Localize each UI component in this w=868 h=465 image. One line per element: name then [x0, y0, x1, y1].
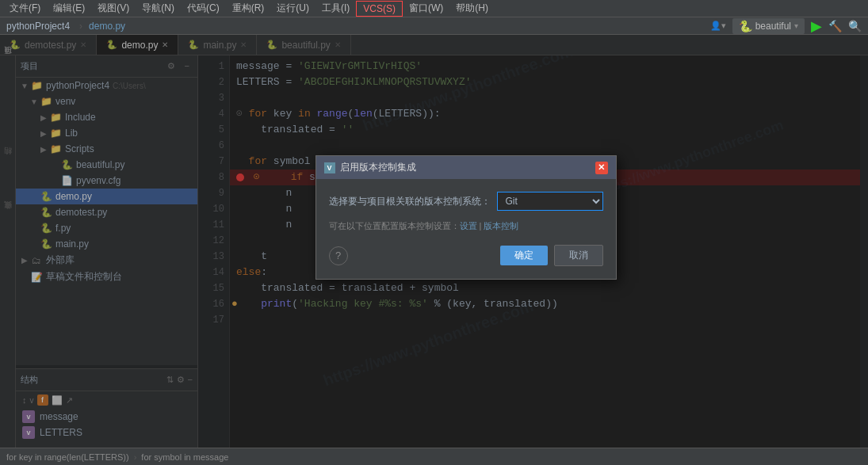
- menu-tools[interactable]: 工具(I): [315, 0, 356, 17]
- dialog-vcs-select-row: 选择要与项目根关联的版本控制系统： Git Mercurial Subversi…: [329, 192, 603, 211]
- vcs-dialog: V 启用版本控制集成 ✕ 选择要与项目根关联的版本控制系统： Git Mercu…: [315, 155, 617, 280]
- menu-window[interactable]: 窗口(W): [403, 0, 449, 17]
- menu-run[interactable]: 运行(U): [270, 0, 315, 17]
- title-bar: pythonProject4 › demo.py 👤▾ 🐍 beautiful …: [0, 17, 868, 35]
- branch-selector[interactable]: 🐍 beautiful ▾: [732, 18, 805, 34]
- dialog-hint-vcs-link[interactable]: 版本控制: [484, 221, 518, 231]
- dialog-cancel-button[interactable]: 取消: [554, 245, 603, 266]
- menu-vcs[interactable]: VCS(S): [356, 1, 403, 17]
- breadcrumb-1: for key in range(len(LETTERS)): [6, 452, 129, 462]
- status-bar: for key in range(len(LETTERS)) › for sym…: [0, 448, 868, 465]
- dialog-hint: 可在以下位置配置版本控制设置：设置 | 版本控制: [329, 220, 603, 232]
- project-name: pythonProject4: [6, 21, 70, 32]
- dialog-vcs-select[interactable]: Git Mercurial Subversion: [497, 192, 603, 211]
- dialog-help-button[interactable]: ?: [329, 246, 348, 265]
- run-button[interactable]: ▶: [811, 17, 822, 35]
- dialog-close-button[interactable]: ✕: [595, 162, 608, 174]
- title-file-link[interactable]: demo.py: [89, 21, 125, 32]
- menu-file[interactable]: 文件(F): [3, 0, 47, 17]
- dialog-overlay: V 启用版本控制集成 ✕ 选择要与项目根关联的版本控制系统： Git Mercu…: [0, 35, 868, 448]
- dialog-title: V 启用版本控制集成: [324, 161, 416, 174]
- dialog-confirm-button[interactable]: 确定: [500, 246, 548, 265]
- dialog-vcs-label: 选择要与项目根关联的版本控制系统：: [329, 195, 491, 208]
- dialog-hint-settings-link[interactable]: 设置: [460, 221, 477, 231]
- branch-name: beautiful: [755, 21, 791, 32]
- menu-code[interactable]: 代码(C): [181, 0, 226, 17]
- menu-refactor[interactable]: 重构(R): [226, 0, 271, 17]
- search-everywhere-button[interactable]: 🔍: [848, 20, 862, 32]
- menu-nav[interactable]: 导航(N): [136, 0, 181, 17]
- menu-view[interactable]: 视图(V): [91, 0, 136, 17]
- menu-edit[interactable]: 编辑(E): [47, 0, 91, 17]
- dialog-title-bar: V 启用版本控制集成 ✕: [316, 156, 616, 179]
- menu-help[interactable]: 帮助(H): [449, 0, 495, 17]
- breadcrumb-arrow: ›: [134, 452, 137, 462]
- vcs-dialog-icon: V: [324, 162, 335, 173]
- menu-bar: 文件(F) 编辑(E) 视图(V) 导航(N) 代码(C) 重构(R) 运行(U…: [0, 0, 868, 17]
- dialog-body: 选择要与项目根关联的版本控制系统： Git Mercurial Subversi…: [316, 179, 616, 279]
- build-button[interactable]: 🔨: [828, 20, 842, 32]
- breadcrumb-2: for symbol in message: [141, 452, 228, 462]
- dialog-buttons: ? 确定 取消: [329, 245, 603, 266]
